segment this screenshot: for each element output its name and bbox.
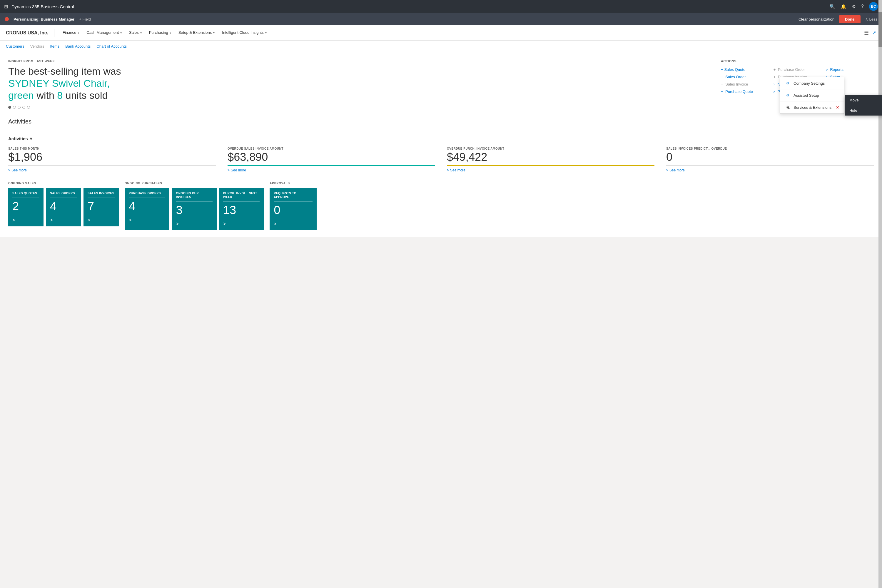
tile-sales-orders[interactable]: SALES ORDERS 4 > — [46, 188, 81, 226]
insight-text: The best-selling item was SYDNEY Swivel … — [8, 65, 709, 101]
approvals-group: APPROVALS REQUESTS TO APPROVE 0 > — [270, 182, 316, 230]
page-content: INSIGHT FROM LAST WEEK The best-selling … — [0, 52, 882, 237]
ongoing-purchases-tiles: PURCHASE ORDERS 4 > ONGOING PUR... INVOI… — [124, 188, 264, 230]
tile-sales-quotes[interactable]: SALES QUOTES 2 > — [8, 188, 44, 226]
top-bar: ⊞ Dynamics 365 Business Central 🔍 🔔 ⚙ ? … — [0, 0, 882, 13]
ongoing-purchases-label: ONGOING PURCHASES — [124, 182, 264, 185]
activity-card-overdue-sales: OVERDUE SALES INVOICE AMOUNT $63,890 >Se… — [228, 147, 435, 172]
sub-nav-customers[interactable]: Customers — [6, 44, 24, 48]
activity-card-overdue-purch: OVERDUE PURCH. INVOICE AMOUNT $49,422 >S… — [447, 147, 654, 172]
ongoing-sales-group: ONGOING SALES SALES QUOTES 2 > SALES ORD… — [8, 182, 119, 230]
approvals-label: APPROVALS — [270, 182, 316, 185]
services-icon: 🔌 — [784, 104, 790, 110]
ongoing-sales-tiles: SALES QUOTES 2 > SALES ORDERS 4 > SALES … — [8, 188, 119, 226]
clear-personalization-button[interactable]: Clear personalization — [798, 17, 834, 21]
app-title: Dynamics 365 Business Central — [12, 4, 826, 9]
assisted-setup-icon: ⚙ — [784, 92, 790, 98]
bar-sales-month — [8, 165, 216, 166]
search-icon[interactable]: 🔍 — [830, 4, 835, 9]
dot-2[interactable] — [13, 106, 16, 109]
tile-sales-invoices[interactable]: SALES INVOICES 7 > — [84, 188, 119, 226]
nav-item-setup-extensions[interactable]: Setup & Extensions∨ — [175, 25, 219, 40]
sub-nav-bank-accounts[interactable]: Bank Accounts — [65, 44, 90, 48]
dropdown-assisted-setup[interactable]: ⚙ Assisted Setup — [780, 89, 844, 101]
insight-left: INSIGHT FROM LAST WEEK The best-selling … — [8, 59, 709, 109]
nav-divider — [54, 29, 54, 37]
see-more-overdue-sales[interactable]: >See more — [228, 168, 435, 172]
action-purchase-quote[interactable]: + Purchase Quote — [721, 88, 769, 94]
help-icon[interactable]: ? — [861, 4, 864, 9]
main-nav: CRONUS USA, Inc. Finance∨ Cash Managemen… — [0, 25, 882, 40]
pagination-dots — [8, 106, 709, 109]
notification-icon[interactable]: 🔔 — [840, 4, 846, 9]
insight-section: INSIGHT FROM LAST WEEK The best-selling … — [8, 59, 874, 109]
tile-arrow-sales-invoices[interactable]: > — [88, 218, 115, 223]
action-sales-quote[interactable]: +CustomersSales Quote — [721, 66, 769, 73]
grid-icon[interactable]: ⊞ — [4, 4, 8, 9]
insight-label: INSIGHT FROM LAST WEEK — [8, 59, 709, 63]
sub-nav-items[interactable]: Items — [50, 44, 60, 48]
less-button[interactable]: ∧ Less — [865, 17, 877, 21]
bar-overdue-purch — [447, 165, 654, 166]
company-settings-icon: ⚙ — [784, 80, 790, 86]
settings-icon[interactable]: ⚙ — [852, 4, 856, 9]
dot-1[interactable] — [8, 106, 11, 109]
bar-overdue-sales — [228, 165, 435, 166]
top-bar-icons: 🔍 🔔 ⚙ ? BC — [830, 2, 878, 11]
personalize-label: Personalizing: Business Manager — [14, 17, 74, 21]
nav-item-cash-management[interactable]: Cash Management∨ — [83, 25, 126, 40]
actions-label: ACTIONS — [721, 59, 874, 63]
bar-sales-predict — [666, 165, 874, 166]
context-menu: Move Hide — [844, 95, 882, 116]
nav-item-purchasing[interactable]: Purchasing∨ — [146, 25, 175, 40]
dropdown-services-extensions[interactable]: 🔌 Services & Extensions ✕ — [780, 101, 844, 114]
context-move[interactable]: Move — [844, 95, 882, 105]
add-field-button[interactable]: + Field — [79, 17, 90, 21]
ongoing-sales-label: ONGOING SALES — [8, 182, 119, 185]
tile-arrow-ongoing-purch[interactable]: > — [176, 221, 212, 226]
action-sales-invoice[interactable]: + Sales Invoice — [721, 81, 769, 87]
done-button[interactable]: Done — [839, 15, 861, 23]
tile-requests-to-approve[interactable]: REQUESTS TO APPROVE 0 > — [270, 188, 316, 230]
see-more-overdue-purch[interactable]: >See more — [447, 168, 654, 172]
scrollbar[interactable] — [879, 0, 882, 237]
personalize-dot — [5, 17, 9, 21]
nav-menu: Finance∨ Cash Management∨ Sales∨ Purchas… — [59, 25, 864, 40]
nav-item-intelligent-cloud[interactable]: Intelligent Cloud Insights∨ — [219, 25, 270, 40]
dot-5[interactable] — [27, 106, 30, 109]
tile-arrow-sales-quotes[interactable]: > — [12, 218, 39, 223]
services-close-icon[interactable]: ✕ — [836, 105, 839, 110]
tile-arrow-sales-orders[interactable]: > — [50, 218, 77, 223]
nav-item-sales[interactable]: Sales∨ — [126, 25, 146, 40]
setup-dropdown: ⚙ Company Settings ⚙ Assisted Setup 🔌 Se… — [780, 77, 844, 114]
tile-arrow-purch-next-week[interactable]: > — [223, 221, 260, 226]
dropdown-company-settings[interactable]: ⚙ Company Settings — [780, 77, 844, 89]
tile-arrow-purchase-orders[interactable]: > — [129, 218, 165, 223]
activities-header[interactable]: Activities ∨ — [8, 136, 874, 141]
ongoing-purchases-group: ONGOING PURCHASES PURCHASE ORDERS 4 > ON… — [124, 182, 264, 230]
tile-arrow-requests-to-approve[interactable]: > — [274, 221, 312, 226]
action-sales-order[interactable]: + Sales Order — [721, 74, 769, 80]
dot-4[interactable] — [22, 106, 25, 109]
sub-nav-vendors[interactable]: Vendors — [30, 44, 44, 48]
activity-card-sales-predict: SALES INVOICES PREDICT... OVERDUE 0 >See… — [666, 147, 874, 172]
tile-ongoing-purch-invoices[interactable]: ONGOING PUR... INVOICES 3 > — [172, 188, 216, 230]
scrollbar-thumb[interactable] — [879, 12, 882, 47]
see-more-sales-month[interactable]: >See more — [8, 168, 216, 172]
activity-cards: SALES THIS MONTH $1,906 >See more OVERDU… — [8, 147, 874, 172]
sub-nav-chart-of-accounts[interactable]: Chart of Accounts — [96, 44, 127, 48]
nav-item-finance[interactable]: Finance∨ — [59, 25, 83, 40]
dot-3[interactable] — [18, 106, 21, 109]
avatar[interactable]: BC — [869, 2, 878, 11]
action-reports[interactable]: > Reports — [826, 66, 874, 73]
expand-icon[interactable]: ⤢ — [872, 30, 876, 36]
tile-purchase-orders[interactable]: PURCHASE ORDERS 4 > — [124, 188, 170, 230]
tile-purch-invoi-next-week[interactable]: PURCH. INVOI... NEXT WEEK 13 > — [219, 188, 264, 230]
context-hide[interactable]: Hide — [844, 105, 882, 116]
actions-section: ACTIONS +CustomersSales Quote + Purchase… — [721, 59, 874, 109]
activities-title: Activities — [8, 118, 874, 125]
action-purchase-order[interactable]: + Purchase Order — [774, 66, 821, 73]
hamburger-menu[interactable]: ☰ — [864, 30, 869, 36]
see-more-sales-predict[interactable]: >See more — [666, 168, 874, 172]
activities-divider — [8, 130, 874, 130]
